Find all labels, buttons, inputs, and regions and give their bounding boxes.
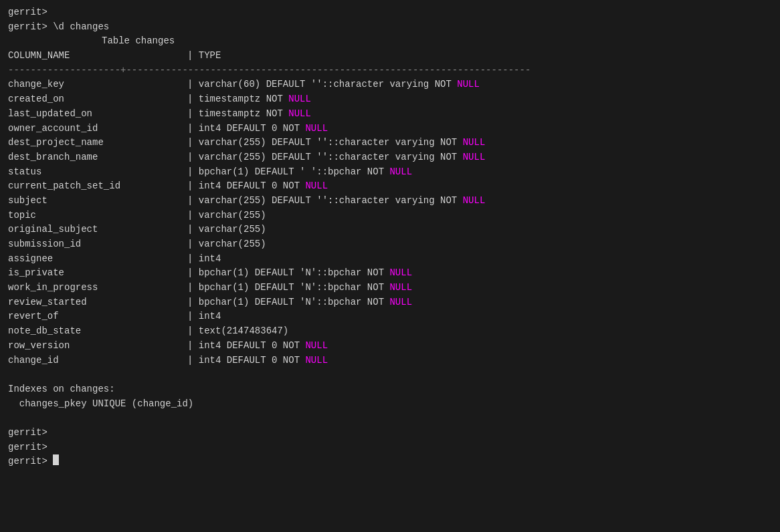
separator: | [187,150,199,165]
table-row: subject| varchar(255) DEFAULT ''::charac… [8,194,772,209]
separator: | [187,107,199,122]
separator: | [187,237,199,252]
separator: | [187,295,199,310]
column-name: topic [8,209,187,223]
table-row: change_key| varchar(60) DEFAULT ''::char… [8,78,772,92]
null-keyword: NULL [305,122,328,136]
table-row: dest_branch_name| varchar(255) DEFAULT '… [8,150,772,165]
column-name: original_subject [8,223,187,237]
column-name: submission_id [8,237,187,252]
null-keyword: NULL [463,194,486,209]
type-value: timestamptz NOT [199,92,288,107]
type-value: text(2147483647) [199,324,288,339]
separator: | [187,339,199,354]
table-row: status| bpchar(1) DEFAULT ' '::bpchar NO… [8,165,772,180]
type-header: TYPE [199,49,221,63]
separator: | [187,309,199,324]
prompt-line-1: gerrit> [8,5,772,20]
cursor [53,454,59,465]
null-keyword: NULL [305,179,328,194]
table-row: note_db_state| text(2147483647) [8,324,772,339]
column-name: dest_branch_name [8,150,187,165]
prompt-text: gerrit> [8,454,53,469]
empty-line-2 [8,411,772,426]
column-name: dest_project_name [8,136,187,150]
table-row: last_updated_on| timestamptz NOT NULL [8,107,772,122]
prompt-text: gerrit> [8,440,47,455]
table-rows: change_key| varchar(60) DEFAULT ''::char… [8,78,772,368]
separator: | [187,266,199,281]
trailing-prompt-2: gerrit> [8,454,772,469]
table-row: created_on| timestamptz NOT NULL [8,92,772,107]
separator: | [187,92,199,107]
indexes-header: Indexes on changes: [8,382,115,397]
null-keyword: NULL [389,266,412,281]
type-value: varchar(255) DEFAULT ''::character varyi… [199,150,463,165]
trailing-prompts: gerrit>gerrit>gerrit> [8,426,772,469]
column-name: review_started [8,295,187,310]
null-keyword: NULL [457,78,480,92]
separator: | [187,179,199,194]
column-name: revert_of [8,309,187,324]
separator: | [187,223,199,237]
separator: | [187,136,199,150]
table-row: row_version| int4 DEFAULT 0 NOT NULL [8,339,772,354]
table-title-line: Table changes [8,34,772,49]
null-keyword: NULL [463,150,486,165]
column-name: change_key [8,78,187,92]
type-value: varchar(255) DEFAULT ''::character varyi… [199,136,463,150]
separator: | [187,78,199,92]
column-name: work_in_progress [8,281,187,295]
empty-line-1 [8,368,772,382]
indexes-header-line: Indexes on changes: [8,382,772,397]
column-name: change_id [8,354,187,368]
type-value: varchar(255) [199,209,266,223]
index-rows: changes_pkey UNIQUE (change_id) [8,397,772,412]
table-row: dest_project_name| varchar(255) DEFAULT … [8,136,772,150]
null-keyword: NULL [463,136,486,150]
table-title: Table changes [102,34,175,49]
null-keyword: NULL [305,339,328,354]
type-value: varchar(255) DEFAULT ''::character varyi… [199,194,463,209]
table-row: assignee| int4 [8,252,772,267]
index-row: changes_pkey UNIQUE (change_id) [8,397,772,412]
column-name: is_private [8,266,187,281]
table-row: review_started| bpchar(1) DEFAULT 'N'::b… [8,295,772,310]
trailing-prompt-0: gerrit> [8,426,772,440]
table-row: revert_of| int4 [8,309,772,324]
table-row: topic| varchar(255) [8,209,772,223]
column-name: created_on [8,92,187,107]
type-value: int4 DEFAULT 0 NOT [199,354,306,368]
separator: | [187,194,199,209]
col-header: COLUMN_NAME [8,49,187,63]
column-name: assignee [8,252,187,267]
column-name: note_db_state [8,324,187,339]
type-value: bpchar(1) DEFAULT 'N'::bpchar NOT [199,281,390,295]
null-keyword: NULL [305,354,328,368]
separator: | [187,281,199,295]
separator: | [187,354,199,368]
type-value: bpchar(1) DEFAULT ' '::bpchar NOT [199,165,390,180]
type-value: timestamptz NOT [199,107,288,122]
table-row: work_in_progress| bpchar(1) DEFAULT 'N':… [8,281,772,295]
prompt-1: gerrit> [8,5,47,20]
command: gerrit> \d changes [8,20,109,35]
column-name: last_updated_on [8,107,187,122]
column-name: status [8,165,187,180]
separator: | [187,122,199,136]
divider: --------------------+-------------------… [8,63,530,78]
column-name: row_version [8,339,187,354]
prompt-text: gerrit> [8,426,47,440]
null-keyword: NULL [389,281,412,295]
type-value: int4 DEFAULT 0 NOT [199,122,306,136]
header-line: COLUMN_NAME | TYPE [8,49,772,63]
type-value: int4 [199,309,221,324]
table-row: submission_id| varchar(255) [8,237,772,252]
separator: | [187,252,199,267]
null-keyword: NULL [389,295,412,310]
column-name: current_patch_set_id [8,179,187,194]
column-name: owner_account_id [8,122,187,136]
null-keyword: NULL [288,92,311,107]
table-row: is_private| bpchar(1) DEFAULT 'N'::bpcha… [8,266,772,281]
type-value: varchar(255) [199,223,266,237]
